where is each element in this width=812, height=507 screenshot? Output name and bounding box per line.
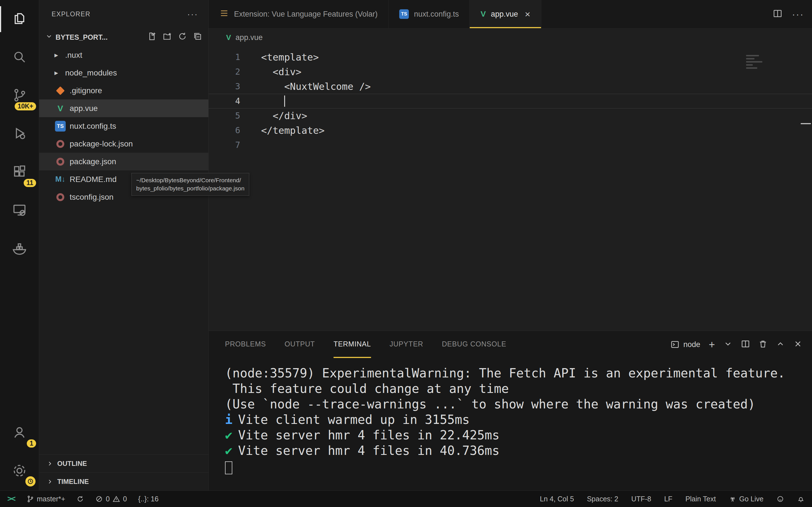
extensions-activity-button[interactable]: 11: [0, 153, 39, 191]
terminal-shell-selector[interactable]: node: [670, 340, 700, 349]
line-number: 3: [209, 79, 240, 94]
code-line: 2 <div>: [209, 64, 812, 79]
explorer-actions: [147, 32, 202, 43]
tree-item-nuxt-folder[interactable]: ▸ .nuxt: [39, 46, 208, 64]
git-file-icon: [54, 88, 66, 94]
chevron-right-icon: [47, 460, 53, 467]
json-file-icon: [54, 140, 66, 148]
terminal-cursor-line: [225, 458, 806, 474]
encoding-status[interactable]: UTF-8: [631, 495, 651, 503]
chevron-right-icon: [47, 478, 53, 485]
tree-item-package-json[interactable]: package.json: [39, 153, 208, 170]
vue-file-icon: V: [480, 10, 486, 18]
remote-explorer-activity-button[interactable]: [0, 191, 39, 230]
tab-app-vue[interactable]: V app.vue ×: [470, 0, 541, 28]
tab-extension-volar[interactable]: Extension: Vue Language Features (Volar): [209, 0, 389, 28]
split-terminal-icon[interactable]: [741, 339, 750, 349]
terminal-output[interactable]: (node:35579) ExperimentalWarning: The Fe…: [209, 358, 812, 474]
feedback-icon[interactable]: [776, 495, 784, 503]
git-branch-icon: [27, 495, 34, 503]
search-activity-button[interactable]: [0, 38, 39, 76]
line-text: </template>: [261, 125, 324, 136]
json-file-icon: [54, 193, 66, 201]
tree-item-node-modules-folder[interactable]: ▸ node_modules: [39, 64, 208, 82]
new-folder-icon[interactable]: [163, 32, 172, 43]
line-number: 6: [209, 123, 240, 138]
git-branch-status[interactable]: master*+: [27, 495, 65, 503]
line-number: 1: [209, 50, 240, 64]
settings-button[interactable]: [0, 452, 39, 490]
search-icon: [12, 50, 27, 65]
minimap[interactable]: [746, 55, 764, 70]
workspace-section-header[interactable]: BYTES_PORT...: [39, 28, 208, 46]
accounts-badge: 1: [27, 439, 36, 448]
tab-nuxt-config[interactable]: TS nuxt.config.ts: [389, 0, 470, 28]
chevron-right-icon: ▸: [54, 51, 65, 59]
new-terminal-icon[interactable]: +: [709, 339, 715, 350]
new-file-icon[interactable]: [147, 32, 156, 43]
vue-file-icon: V: [226, 33, 231, 42]
broadcast-icon: [729, 495, 737, 503]
snippet-indicator[interactable]: {..}: 16: [138, 495, 158, 503]
tooltip-line: ~/Desktop/BytesBeyond/Core/Frontend/: [136, 176, 245, 184]
problems-status[interactable]: 0 0: [95, 495, 127, 503]
file-name: nuxt.config.ts: [70, 122, 116, 131]
refresh-icon[interactable]: [178, 32, 187, 43]
chevron-down-icon: [45, 33, 53, 42]
timeline-section-header[interactable]: TIMELINE: [39, 472, 208, 490]
close-panel-icon[interactable]: [794, 339, 802, 349]
timeline-label: TIMELINE: [57, 478, 89, 486]
tab-terminal[interactable]: TERMINAL: [334, 331, 371, 358]
tree-item-package-lock-json[interactable]: package-lock.json: [39, 135, 208, 153]
file-path-tooltip: ~/Desktop/BytesBeyond/Core/Frontend/ byt…: [132, 173, 249, 196]
cursor-position-status[interactable]: Ln 4, Col 5: [540, 495, 574, 503]
tab-jupyter[interactable]: JUPYTER: [390, 331, 423, 358]
code-line: 6 </template>: [209, 123, 812, 138]
collapse-all-icon[interactable]: [193, 32, 202, 43]
line-text: <NuxtWelcome />: [261, 81, 371, 92]
terminal-line: (Use `node --trace-warnings ...` to show…: [225, 396, 806, 412]
chevron-up-icon[interactable]: [776, 339, 785, 349]
tree-item-gitignore[interactable]: .gitignore: [39, 82, 208, 100]
trash-icon[interactable]: [758, 339, 767, 349]
code-editor[interactable]: 1 <template> 2 <div> 3 <NuxtWelcome /> 4: [209, 47, 812, 331]
split-editor-icon[interactable]: [773, 9, 782, 19]
run-debug-activity-button[interactable]: [0, 115, 39, 153]
language-mode-status[interactable]: Plain Text: [686, 495, 716, 503]
file-name: .gitignore: [70, 86, 102, 95]
tab-debug-console[interactable]: DEBUG CONSOLE: [442, 331, 506, 358]
file-name: node_modules: [65, 68, 117, 77]
breadcrumb[interactable]: V app.vue: [209, 29, 812, 47]
code-line: 5 </div>: [209, 108, 812, 123]
remote-indicator[interactable]: ><: [7, 495, 15, 503]
eol-status[interactable]: LF: [664, 495, 672, 503]
close-icon[interactable]: ×: [525, 9, 530, 20]
sync-icon: [77, 495, 84, 503]
terminal-line: ✔Vite server hmr 4 files in 40.736ms: [225, 443, 806, 458]
sync-changes-button[interactable]: [77, 495, 84, 503]
explorer-sidebar: EXPLORER ··· BYTES_PORT... ▸ .nuxt: [39, 0, 209, 490]
explorer-activity-button[interactable]: [0, 0, 39, 38]
file-name: app.vue: [70, 104, 98, 113]
tab-label: app.vue: [491, 10, 518, 18]
indentation-status[interactable]: Spaces: 2: [587, 495, 618, 503]
vue-file-icon: V: [54, 104, 66, 113]
tree-item-nuxt-config[interactable]: TS nuxt.config.ts: [39, 117, 208, 135]
source-control-badge: 10K+: [15, 102, 36, 110]
chevron-down-icon[interactable]: [723, 339, 732, 349]
tree-item-app-vue[interactable]: V app.vue: [39, 100, 208, 117]
breadcrumb-file: app.vue: [236, 33, 262, 42]
bell-icon[interactable]: [797, 495, 805, 503]
explorer-more-actions-icon[interactable]: ···: [187, 9, 198, 19]
tab-problems[interactable]: PROBLEMS: [225, 331, 266, 358]
tab-output[interactable]: OUTPUT: [285, 331, 315, 358]
docker-activity-button[interactable]: [0, 230, 39, 268]
outline-section-header[interactable]: OUTLINE: [39, 454, 208, 472]
source-control-activity-button[interactable]: 10K+: [0, 76, 39, 115]
editor-actions: ···: [773, 0, 804, 28]
accounts-button[interactable]: 1: [0, 414, 39, 452]
more-actions-icon[interactable]: ···: [792, 9, 804, 20]
json-file-icon: [54, 158, 66, 166]
check-icon: ✔: [225, 428, 233, 442]
go-live-button[interactable]: Go Live: [729, 495, 763, 503]
